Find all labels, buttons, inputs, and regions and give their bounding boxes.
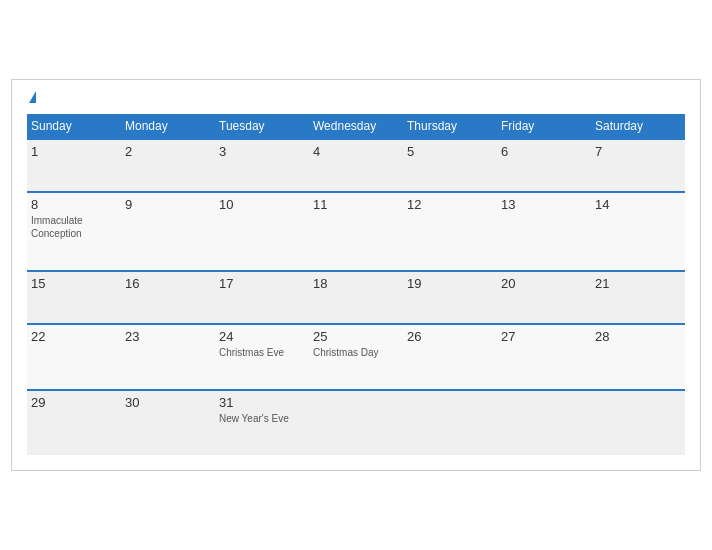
day-number: 24 [219, 329, 305, 344]
calendar-day-cell: 31New Year's Eve [215, 390, 309, 455]
day-number: 7 [595, 144, 681, 159]
calendar-day-cell: 20 [497, 271, 591, 324]
day-number: 22 [31, 329, 117, 344]
logo-triangle-icon [29, 91, 36, 103]
calendar-day-cell: 26 [403, 324, 497, 390]
day-number: 18 [313, 276, 399, 291]
calendar-day-cell: 23 [121, 324, 215, 390]
day-number: 3 [219, 144, 305, 159]
calendar-week-row: 293031New Year's Eve [27, 390, 685, 455]
calendar-day-cell [497, 390, 591, 455]
calendar-day-cell: 21 [591, 271, 685, 324]
day-number: 9 [125, 197, 211, 212]
calendar-day-cell: 4 [309, 139, 403, 192]
calendar-week-row: 15161718192021 [27, 271, 685, 324]
day-number: 16 [125, 276, 211, 291]
day-number: 26 [407, 329, 493, 344]
calendar-day-cell: 3 [215, 139, 309, 192]
day-number: 4 [313, 144, 399, 159]
day-number: 20 [501, 276, 587, 291]
calendar-week-row: 1234567 [27, 139, 685, 192]
calendar-day-cell: 6 [497, 139, 591, 192]
calendar-week-row: 222324Christmas Eve25Christmas Day262728 [27, 324, 685, 390]
day-number: 15 [31, 276, 117, 291]
day-number: 27 [501, 329, 587, 344]
weekday-header: Thursday [403, 114, 497, 139]
day-number: 14 [595, 197, 681, 212]
holiday-label: Christmas Eve [219, 346, 305, 359]
calendar-day-cell: 30 [121, 390, 215, 455]
day-number: 6 [501, 144, 587, 159]
calendar-container: SundayMondayTuesdayWednesdayThursdayFrid… [11, 79, 701, 471]
calendar-day-cell: 28 [591, 324, 685, 390]
day-number: 23 [125, 329, 211, 344]
calendar-day-cell: 2 [121, 139, 215, 192]
weekday-header: Tuesday [215, 114, 309, 139]
day-number: 25 [313, 329, 399, 344]
calendar-day-cell: 25Christmas Day [309, 324, 403, 390]
day-number: 12 [407, 197, 493, 212]
day-number: 2 [125, 144, 211, 159]
weekday-header: Friday [497, 114, 591, 139]
calendar-day-cell [309, 390, 403, 455]
day-number: 31 [219, 395, 305, 410]
calendar-body: 12345678ImmaculateConception910111213141… [27, 139, 685, 455]
calendar-day-cell: 14 [591, 192, 685, 271]
weekday-header: Wednesday [309, 114, 403, 139]
calendar-day-cell: 12 [403, 192, 497, 271]
calendar-table: SundayMondayTuesdayWednesdayThursdayFrid… [27, 114, 685, 455]
calendar-day-cell: 8ImmaculateConception [27, 192, 121, 271]
day-number: 29 [31, 395, 117, 410]
calendar-day-cell: 1 [27, 139, 121, 192]
day-number: 28 [595, 329, 681, 344]
calendar-day-cell: 22 [27, 324, 121, 390]
holiday-label: Christmas Day [313, 346, 399, 359]
calendar-day-cell [403, 390, 497, 455]
day-number: 17 [219, 276, 305, 291]
calendar-day-cell: 7 [591, 139, 685, 192]
calendar-day-cell: 13 [497, 192, 591, 271]
calendar-day-cell: 15 [27, 271, 121, 324]
calendar-day-cell: 18 [309, 271, 403, 324]
day-number: 21 [595, 276, 681, 291]
day-number: 1 [31, 144, 117, 159]
calendar-day-cell: 27 [497, 324, 591, 390]
calendar-day-cell: 29 [27, 390, 121, 455]
calendar-week-row: 8ImmaculateConception91011121314 [27, 192, 685, 271]
holiday-label: ImmaculateConception [31, 214, 117, 240]
day-number: 5 [407, 144, 493, 159]
logo [27, 90, 36, 104]
calendar-day-cell: 19 [403, 271, 497, 324]
weekday-header: Saturday [591, 114, 685, 139]
calendar-header [27, 90, 685, 104]
calendar-day-cell: 10 [215, 192, 309, 271]
calendar-day-cell: 5 [403, 139, 497, 192]
weekday-header: Sunday [27, 114, 121, 139]
calendar-day-cell: 16 [121, 271, 215, 324]
calendar-day-cell [591, 390, 685, 455]
holiday-label: New Year's Eve [219, 412, 305, 425]
day-number: 10 [219, 197, 305, 212]
weekday-header-row: SundayMondayTuesdayWednesdayThursdayFrid… [27, 114, 685, 139]
logo-top [27, 90, 36, 104]
day-number: 8 [31, 197, 117, 212]
weekday-header: Monday [121, 114, 215, 139]
calendar-day-cell: 9 [121, 192, 215, 271]
day-number: 30 [125, 395, 211, 410]
calendar-day-cell: 17 [215, 271, 309, 324]
calendar-day-cell: 24Christmas Eve [215, 324, 309, 390]
calendar-day-cell: 11 [309, 192, 403, 271]
day-number: 19 [407, 276, 493, 291]
day-number: 13 [501, 197, 587, 212]
day-number: 11 [313, 197, 399, 212]
